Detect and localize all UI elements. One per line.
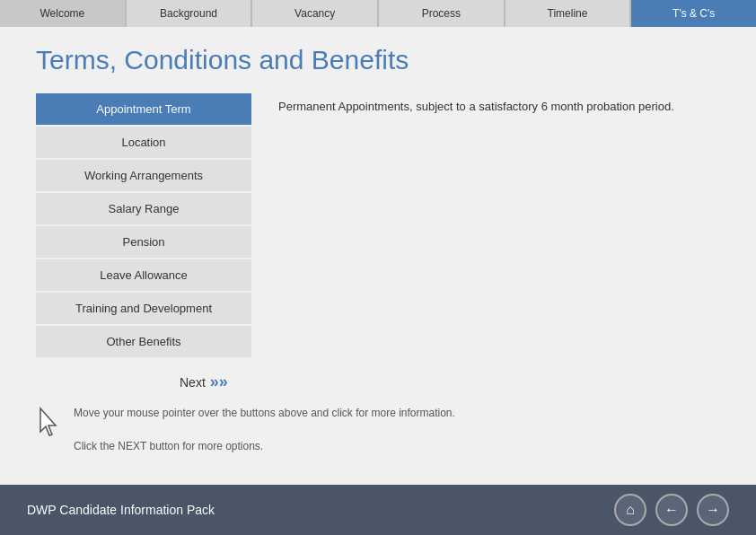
instruction-line2: Click the NEXT button for more options. — [74, 438, 455, 455]
nav-item-timeline[interactable]: Timeline — [505, 0, 632, 27]
sidebar-btn-training-development[interactable]: Training and Development — [36, 293, 251, 324]
nav-item-ts-cs[interactable]: T's & C's — [631, 0, 756, 27]
forward-button[interactable]: → — [697, 494, 729, 526]
nav-item-background[interactable]: Background — [127, 0, 253, 27]
footer: DWP Candidate Information Pack ⌂ ← → — [0, 485, 756, 535]
nav-item-welcome[interactable]: Welcome — [0, 0, 127, 27]
info-panel: Permanent Appointments, subject to a sat… — [269, 93, 720, 359]
home-icon: ⌂ — [626, 502, 635, 518]
sidebar-btn-working-arrangements[interactable]: Working Arrangements — [36, 160, 251, 191]
mouse-pointer-icon — [36, 407, 63, 441]
sidebar-btn-other-benefits[interactable]: Other Benefits — [36, 326, 251, 357]
back-button[interactable]: ← — [655, 494, 688, 526]
sidebar-btn-pension[interactable]: Pension — [36, 226, 251, 258]
forward-icon: → — [706, 502, 720, 518]
nav-item-process[interactable]: Process — [379, 0, 505, 27]
next-label: Next — [180, 375, 206, 390]
next-arrows-icon[interactable]: »» — [210, 373, 228, 391]
home-button[interactable]: ⌂ — [614, 494, 646, 526]
instruction-area: Move your mouse pointer over the buttons… — [36, 405, 720, 455]
page-title: Terms, Conditions and Benefits — [36, 45, 720, 75]
info-text: Permanent Appointments, subject to a sat… — [278, 98, 711, 116]
sidebar-btn-appointment-term[interactable]: Appointment Term — [36, 93, 251, 125]
instruction-text-block: Move your mouse pointer over the buttons… — [74, 405, 455, 455]
content-area: Appointment TermLocationWorking Arrangem… — [36, 93, 720, 359]
sidebar-btn-leave-allowance[interactable]: Leave Allowance — [36, 259, 251, 291]
sidebar-btn-salary-range[interactable]: Salary Range — [36, 193, 251, 224]
footer-navigation: ⌂ ← → — [614, 494, 729, 526]
main-content: Terms, Conditions and Benefits Appointme… — [0, 27, 756, 473]
sidebar-btn-location[interactable]: Location — [36, 127, 251, 158]
footer-title: DWP Candidate Information Pack — [27, 503, 215, 517]
nav-item-vacancy[interactable]: Vacancy — [252, 0, 379, 27]
instruction-line1: Move your mouse pointer over the buttons… — [74, 405, 455, 422]
back-icon: ← — [664, 502, 679, 518]
sidebar: Appointment TermLocationWorking Arrangem… — [36, 93, 251, 359]
next-area: Next »» — [36, 373, 720, 391]
navigation-bar: WelcomeBackgroundVacancyProcessTimelineT… — [0, 0, 756, 27]
